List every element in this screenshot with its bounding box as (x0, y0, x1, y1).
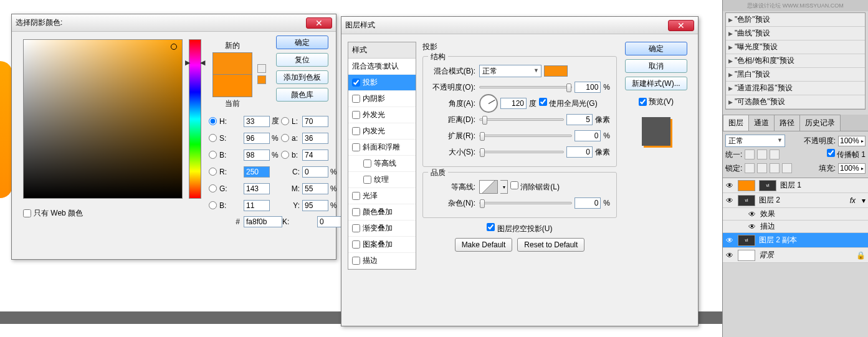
style-item-drop-shadow[interactable]: 投影 (348, 75, 416, 91)
r-input[interactable] (244, 166, 270, 178)
lock-pixels-icon[interactable] (757, 163, 767, 173)
unify-visibility-icon[interactable] (757, 150, 767, 159)
fx-badge[interactable]: fx (850, 196, 858, 205)
eye-icon[interactable]: 👁 (725, 236, 734, 245)
eye-icon[interactable]: 👁 (725, 196, 734, 205)
ok-button[interactable]: 确定 (276, 36, 328, 49)
hue-slider[interactable] (189, 39, 201, 199)
tab-channels[interactable]: 通道 (748, 115, 775, 131)
new-style-button[interactable]: 新建样式(W)... (625, 77, 687, 90)
opacity-input[interactable] (575, 82, 601, 93)
style-item-inner-shadow[interactable]: 内阴影 (348, 91, 416, 107)
add-swatch-button[interactable]: 添加到色板 (276, 70, 328, 84)
layer-thumbnail[interactable]: vi (738, 235, 755, 246)
color-field[interactable] (23, 39, 183, 199)
lock-transparency-icon[interactable] (745, 163, 755, 173)
a-input[interactable] (302, 133, 328, 144)
style-item-outer-glow[interactable]: 外发光 (348, 107, 416, 123)
c-input[interactable] (302, 166, 328, 178)
k-input[interactable] (317, 216, 343, 227)
hex-input[interactable] (244, 216, 282, 227)
h-input[interactable] (244, 116, 270, 127)
layer-row-background[interactable]: 👁 背景 🔒 (723, 248, 868, 263)
noise-input[interactable] (575, 197, 601, 209)
layer-fx-effects[interactable]: 👁 效果 (723, 208, 868, 221)
preview-checkbox[interactable]: 预览(V) (639, 97, 674, 107)
preset-bw[interactable]: ▶"黑白"预设 (726, 68, 865, 82)
style-item-pattern-overlay[interactable]: 图案叠加 (348, 237, 416, 253)
style-item-grad-overlay[interactable]: 渐变叠加 (348, 221, 416, 237)
spread-input[interactable] (575, 130, 601, 141)
style-item-satin[interactable]: 光泽 (348, 188, 416, 204)
style-item-color-overlay[interactable]: 颜色叠加 (348, 204, 416, 221)
opacity-slider[interactable] (479, 86, 572, 88)
layer-thumbnail[interactable] (738, 180, 755, 191)
preset-curves[interactable]: ▶"曲线"预设 (726, 27, 865, 40)
contour-picker[interactable] (479, 180, 498, 194)
propagate-checkbox[interactable]: 传播帧 1 (827, 149, 866, 160)
g-input[interactable] (244, 183, 270, 194)
l-radio[interactable]: L: (281, 117, 302, 126)
s-radio[interactable]: S: (209, 134, 244, 143)
color-picker-titlebar[interactable]: 选择阴影颜色: ✕ (12, 14, 336, 32)
layer-row-2-copy[interactable]: 👁 vi 图层 2 副本 (723, 233, 868, 248)
preset-exposure[interactable]: ▶"曝光度"预设 (726, 40, 865, 54)
layer-thumbnail[interactable]: vi (738, 195, 755, 206)
size-input[interactable] (566, 146, 593, 158)
layer-row-2[interactable]: 👁 vi 图层 2 fx▾ (723, 193, 868, 208)
layer-row-1[interactable]: 👁 vi 图层 1 (723, 178, 868, 193)
layer-thumbnail[interactable]: vi (759, 180, 776, 191)
l-input[interactable] (302, 116, 328, 127)
style-item-texture[interactable]: 纹理 (348, 172, 416, 188)
size-slider[interactable] (479, 151, 564, 153)
angle-dial[interactable] (479, 94, 498, 113)
layer-opacity-input[interactable]: 100%▸ (838, 136, 866, 146)
unify-style-icon[interactable] (770, 150, 780, 159)
fill-input[interactable]: 100%▸ (838, 163, 866, 174)
reset-default-button[interactable]: Reset to Default (517, 238, 584, 252)
style-item-inner-glow[interactable]: 内发光 (348, 123, 416, 140)
lab-b-input[interactable] (302, 150, 328, 161)
shadow-color-swatch[interactable] (544, 65, 568, 77)
y-input[interactable] (302, 200, 328, 211)
s-input[interactable] (244, 133, 270, 144)
current-color-swatch[interactable] (212, 75, 252, 97)
b-input[interactable] (244, 200, 270, 211)
preset-levels[interactable]: ▶"色阶"预设 (726, 13, 865, 27)
style-item-bevel[interactable]: 斜面和浮雕 (348, 140, 416, 156)
make-default-button[interactable]: Make Default (455, 238, 513, 252)
distance-slider[interactable] (479, 118, 564, 121)
lock-position-icon[interactable] (770, 163, 780, 173)
layer-thumbnail[interactable] (738, 250, 755, 261)
style-item-contour[interactable]: 等高线 (348, 156, 416, 172)
unify-position-icon[interactable] (745, 150, 755, 159)
gamut-warning-icon[interactable] (257, 64, 266, 73)
distance-input[interactable] (566, 114, 593, 125)
layer-style-titlebar[interactable]: 图层样式 ✕ (341, 17, 698, 34)
gamut-color-swatch[interactable] (257, 75, 266, 84)
lock-all-icon[interactable] (782, 163, 792, 173)
bri-radio[interactable]: B: (209, 151, 244, 159)
lab-b-radio[interactable]: b: (281, 151, 302, 159)
style-item-blend[interactable]: 混合选项:默认 (348, 59, 416, 75)
preset-channel-mixer[interactable]: ▶"通道混和器"预设 (726, 82, 865, 95)
tab-layers[interactable]: 图层 (723, 115, 749, 131)
cancel-button[interactable]: 取消 (625, 59, 687, 73)
web-only-checkbox[interactable]: 只有 Web 颜色 (23, 208, 83, 219)
eye-icon[interactable]: 👁 (725, 251, 734, 260)
m-input[interactable] (302, 183, 328, 194)
antialias-checkbox[interactable]: 消除锯齿(L) (510, 181, 560, 192)
global-light-checkbox[interactable]: 使用全局光(G) (539, 98, 598, 109)
layer-blend-mode-select[interactable]: 正常 (725, 135, 785, 147)
eye-icon[interactable]: 👁 (748, 222, 756, 231)
contour-dropdown-icon[interactable]: ▾ (500, 180, 508, 194)
angle-input[interactable] (500, 98, 527, 109)
ok-button[interactable]: 确定 (625, 42, 687, 55)
eye-icon[interactable]: 👁 (725, 181, 734, 190)
blend-mode-select[interactable]: 正常 (479, 65, 541, 77)
preset-selective-color[interactable]: ▶"可选颜色"预设 (726, 95, 865, 109)
reset-button[interactable]: 复位 (276, 53, 328, 67)
spread-slider[interactable] (479, 135, 572, 137)
close-icon[interactable]: ✕ (306, 17, 332, 29)
b-radio[interactable]: B: (209, 201, 244, 210)
